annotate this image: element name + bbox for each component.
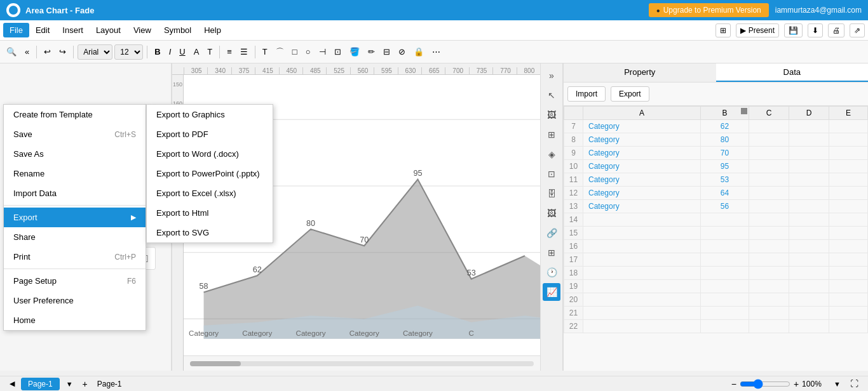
cell-a[interactable]	[583, 307, 701, 320]
cell-e[interactable]	[829, 293, 867, 307]
cell-e[interactable]	[829, 147, 867, 160]
text-vertical-button[interactable]: T	[204, 45, 215, 58]
table-row[interactable]: 8 Category 80	[564, 133, 868, 147]
table-row[interactable]: 13 Category 56	[564, 200, 868, 213]
cell-c[interactable]	[749, 120, 789, 133]
history-tool[interactable]: 🕐	[543, 263, 560, 281]
page-tab-1[interactable]: Page-1	[21, 378, 60, 390]
table-row[interactable]: 19	[564, 280, 868, 293]
export-pptx[interactable]: Export to PowerPoint (.pptx)	[147, 164, 273, 183]
circle-button[interactable]: ○	[302, 45, 314, 58]
cell-c[interactable]	[749, 240, 789, 253]
cell-a[interactable]: Category	[583, 187, 701, 200]
cell-b[interactable]: 70	[700, 147, 749, 160]
crop-tool[interactable]: ⊡	[543, 165, 560, 183]
cell-d[interactable]	[789, 267, 829, 280]
zoom-slider[interactable]	[740, 379, 790, 389]
cell-a[interactable]: Category	[583, 120, 701, 133]
canvas-scrollbar[interactable]	[184, 355, 540, 371]
cell-e[interactable]	[829, 227, 867, 240]
no-fill-button[interactable]: ⊘	[395, 45, 409, 58]
cell-d[interactable]	[789, 307, 829, 320]
save-cloud-button[interactable]: 💾	[784, 23, 803, 37]
fm-save[interactable]: Save Ctrl+S	[4, 124, 146, 144]
col-header-b[interactable]: B	[700, 107, 749, 120]
line-button[interactable]: ⌒	[273, 44, 287, 60]
fm-export[interactable]: Export ▶	[4, 208, 146, 227]
cell-e[interactable]	[829, 173, 867, 187]
cell-a[interactable]	[583, 240, 701, 253]
cell-d[interactable]	[789, 253, 829, 267]
cell-b[interactable]	[700, 240, 749, 253]
cell-c[interactable]	[749, 187, 789, 200]
cell-d[interactable]	[789, 200, 829, 213]
cell-c[interactable]	[749, 200, 789, 213]
grid-tool[interactable]: ⊞	[543, 126, 560, 143]
fill-button[interactable]: 🪣	[346, 45, 363, 58]
cell-d[interactable]	[789, 320, 829, 333]
align-button[interactable]: ≡	[224, 45, 235, 58]
add-page-button[interactable]: +	[79, 377, 91, 391]
cell-b[interactable]: 80	[700, 133, 749, 147]
zoom-dropdown-button[interactable]: ▼	[831, 378, 844, 390]
cell-b[interactable]	[700, 227, 749, 240]
link-tool[interactable]: 🔗	[543, 224, 560, 242]
menu-view[interactable]: View	[127, 23, 158, 37]
cell-b[interactable]: 64	[700, 187, 749, 200]
cell-e[interactable]	[829, 120, 867, 133]
bold-button[interactable]: B	[151, 45, 163, 58]
cell-c[interactable]	[749, 293, 789, 307]
zoom-out-button[interactable]: −	[731, 379, 736, 389]
fm-save-as[interactable]: Save As	[4, 144, 146, 164]
zoom-in-button[interactable]: +	[794, 379, 799, 389]
cell-e[interactable]	[829, 187, 867, 200]
cell-e[interactable]	[829, 280, 867, 293]
fm-import-data[interactable]: Import Data	[4, 183, 146, 203]
print-button[interactable]: 🖨	[828, 23, 844, 37]
font-family-select[interactable]: Arial	[78, 44, 112, 60]
fm-home[interactable]: Home	[4, 310, 146, 330]
menu-symbol[interactable]: Symbol	[158, 23, 198, 37]
align-more-button[interactable]: ☰	[237, 45, 251, 58]
export-graphics[interactable]: Export to Graphics	[147, 105, 273, 124]
cell-c[interactable]	[749, 320, 789, 333]
table-row[interactable]: 21	[564, 307, 868, 320]
cell-d[interactable]	[789, 147, 829, 160]
cell-c[interactable]	[749, 267, 789, 280]
scrollbar-track[interactable]	[190, 361, 534, 366]
cell-a[interactable]: Category	[583, 147, 701, 160]
cell-c[interactable]	[749, 213, 789, 227]
chart-tool[interactable]: 📈	[543, 283, 560, 301]
cell-e[interactable]	[829, 213, 867, 227]
grid2-tool[interactable]: ⊞	[543, 244, 560, 262]
cell-c[interactable]	[749, 133, 789, 147]
database-tool[interactable]: 🗄	[543, 185, 560, 202]
expand-panel-button[interactable]: »	[543, 67, 560, 84]
cell-e[interactable]	[829, 267, 867, 280]
table-row[interactable]: 22	[564, 320, 868, 333]
cell-a[interactable]	[583, 227, 701, 240]
upgrade-button[interactable]: Upgrade to Premium Version	[649, 3, 769, 17]
download-button[interactable]: ⬇	[808, 23, 823, 37]
cell-b[interactable]	[700, 267, 749, 280]
tab-property[interactable]: Property	[564, 63, 716, 82]
table-row[interactable]: 11 Category 53	[564, 173, 868, 187]
share-button[interactable]: ⇗	[850, 23, 865, 37]
italic-button[interactable]: I	[166, 45, 175, 58]
photo-tool[interactable]: 🖼	[543, 204, 560, 222]
cell-c[interactable]	[749, 280, 789, 293]
pointer-tool[interactable]: ↖	[543, 86, 560, 104]
cell-e[interactable]	[829, 320, 867, 333]
cell-d[interactable]	[789, 187, 829, 200]
fm-print[interactable]: Print Ctrl+P	[4, 247, 146, 267]
tab-data[interactable]: Data	[716, 63, 869, 82]
export-word[interactable]: Export to Word (.docx)	[147, 144, 273, 164]
menu-edit[interactable]: Edit	[29, 23, 56, 37]
cell-b[interactable]	[700, 293, 749, 307]
cell-a[interactable]	[583, 293, 701, 307]
cell-c[interactable]	[749, 253, 789, 267]
table-row[interactable]: 14	[564, 213, 868, 227]
col-header-a[interactable]: A	[583, 107, 701, 120]
crop-button[interactable]: ⊡	[331, 45, 344, 58]
import-button[interactable]: Import	[567, 86, 606, 102]
